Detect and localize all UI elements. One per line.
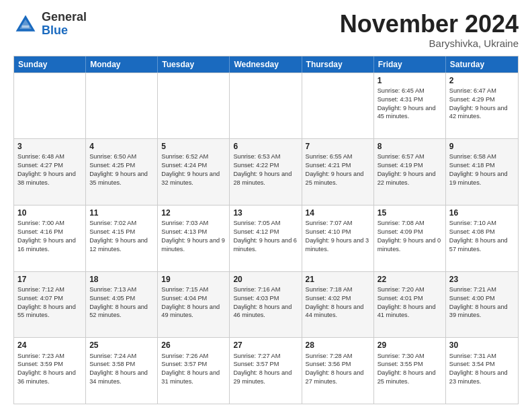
calendar-day: 23Sunrise: 7:21 AM Sunset: 4:00 PM Dayli… bbox=[446, 272, 518, 338]
day-number: 21 bbox=[306, 274, 370, 285]
day-info: Sunrise: 6:50 AM Sunset: 4:25 PM Dayligh… bbox=[89, 152, 154, 187]
day-number: 18 bbox=[89, 274, 154, 285]
logo-text: General Blue bbox=[42, 11, 87, 38]
day-number: 26 bbox=[161, 340, 226, 351]
day-info: Sunrise: 7:05 AM Sunset: 4:12 PM Dayligh… bbox=[233, 219, 298, 254]
calendar-day: 8Sunrise: 6:57 AM Sunset: 4:19 PM Daylig… bbox=[374, 139, 446, 205]
day-number: 16 bbox=[449, 208, 515, 218]
calendar-day: 13Sunrise: 7:05 AM Sunset: 4:12 PM Dayli… bbox=[230, 205, 302, 271]
location-text: Baryshivka, Ukraine bbox=[340, 38, 519, 49]
weekday-header: Friday bbox=[374, 56, 446, 73]
day-number: 22 bbox=[378, 274, 442, 285]
calendar-day: 3Sunrise: 6:48 AM Sunset: 4:27 PM Daylig… bbox=[14, 139, 86, 205]
day-info: Sunrise: 7:26 AM Sunset: 3:57 PM Dayligh… bbox=[161, 352, 226, 387]
page: General Blue November 2024 Baryshivka, U… bbox=[0, 0, 532, 411]
day-number: 5 bbox=[161, 141, 226, 152]
calendar-body: 1Sunrise: 6:45 AM Sunset: 4:31 PM Daylig… bbox=[14, 73, 518, 404]
calendar-empty-day bbox=[230, 73, 302, 139]
logo-blue-text: Blue bbox=[42, 24, 87, 38]
day-info: Sunrise: 7:18 AM Sunset: 4:02 PM Dayligh… bbox=[306, 285, 370, 320]
day-number: 9 bbox=[449, 141, 515, 152]
day-number: 3 bbox=[17, 141, 82, 152]
day-info: Sunrise: 6:55 AM Sunset: 4:21 PM Dayligh… bbox=[306, 152, 370, 187]
calendar-day: 2Sunrise: 6:47 AM Sunset: 4:29 PM Daylig… bbox=[446, 73, 518, 139]
calendar-day: 26Sunrise: 7:26 AM Sunset: 3:57 PM Dayli… bbox=[158, 338, 230, 404]
day-number: 6 bbox=[233, 141, 298, 152]
calendar-day: 17Sunrise: 7:12 AM Sunset: 4:07 PM Dayli… bbox=[14, 272, 86, 338]
calendar-day: 28Sunrise: 7:28 AM Sunset: 3:56 PM Dayli… bbox=[302, 338, 374, 404]
calendar-empty-day bbox=[302, 73, 374, 139]
calendar-day: 9Sunrise: 6:58 AM Sunset: 4:18 PM Daylig… bbox=[446, 139, 518, 205]
day-info: Sunrise: 7:10 AM Sunset: 4:08 PM Dayligh… bbox=[449, 219, 515, 254]
day-number: 4 bbox=[89, 141, 154, 152]
calendar-day: 25Sunrise: 7:24 AM Sunset: 3:58 PM Dayli… bbox=[86, 338, 158, 404]
day-info: Sunrise: 6:53 AM Sunset: 4:22 PM Dayligh… bbox=[233, 152, 298, 187]
day-number: 23 bbox=[449, 274, 515, 285]
day-info: Sunrise: 7:23 AM Sunset: 3:59 PM Dayligh… bbox=[17, 352, 82, 387]
day-number: 25 bbox=[89, 340, 154, 351]
calendar-day: 5Sunrise: 6:52 AM Sunset: 4:24 PM Daylig… bbox=[158, 139, 230, 205]
day-number: 1 bbox=[378, 75, 442, 86]
calendar-day: 6Sunrise: 6:53 AM Sunset: 4:22 PM Daylig… bbox=[230, 139, 302, 205]
calendar-day: 30Sunrise: 7:31 AM Sunset: 3:54 PM Dayli… bbox=[446, 338, 518, 404]
calendar-header: SundayMondayTuesdayWednesdayThursdayFrid… bbox=[14, 56, 518, 73]
day-info: Sunrise: 7:20 AM Sunset: 4:01 PM Dayligh… bbox=[378, 285, 442, 320]
calendar-day: 12Sunrise: 7:03 AM Sunset: 4:13 PM Dayli… bbox=[158, 205, 230, 271]
weekday-header: Wednesday bbox=[230, 56, 302, 73]
day-info: Sunrise: 7:21 AM Sunset: 4:00 PM Dayligh… bbox=[449, 285, 515, 320]
calendar-day: 7Sunrise: 6:55 AM Sunset: 4:21 PM Daylig… bbox=[302, 139, 374, 205]
day-number: 8 bbox=[378, 141, 442, 152]
calendar-day: 19Sunrise: 7:15 AM Sunset: 4:04 PM Dayli… bbox=[158, 272, 230, 338]
calendar-day: 22Sunrise: 7:20 AM Sunset: 4:01 PM Dayli… bbox=[374, 272, 446, 338]
day-number: 15 bbox=[378, 208, 442, 218]
calendar-empty-day bbox=[158, 73, 230, 139]
calendar-week: 24Sunrise: 7:23 AM Sunset: 3:59 PM Dayli… bbox=[14, 337, 518, 404]
day-info: Sunrise: 6:58 AM Sunset: 4:18 PM Dayligh… bbox=[449, 152, 515, 187]
day-info: Sunrise: 6:57 AM Sunset: 4:19 PM Dayligh… bbox=[378, 152, 442, 187]
calendar-day: 1Sunrise: 6:45 AM Sunset: 4:31 PM Daylig… bbox=[374, 73, 446, 139]
calendar: SundayMondayTuesdayWednesdayThursdayFrid… bbox=[13, 56, 519, 404]
weekday-header: Thursday bbox=[302, 56, 374, 73]
day-info: Sunrise: 6:45 AM Sunset: 4:31 PM Dayligh… bbox=[378, 87, 442, 122]
calendar-day: 14Sunrise: 7:07 AM Sunset: 4:10 PM Dayli… bbox=[302, 205, 374, 271]
day-number: 20 bbox=[233, 274, 298, 285]
day-number: 7 bbox=[306, 141, 370, 152]
day-info: Sunrise: 7:13 AM Sunset: 4:05 PM Dayligh… bbox=[89, 285, 154, 320]
calendar-day: 27Sunrise: 7:27 AM Sunset: 3:57 PM Dayli… bbox=[230, 338, 302, 404]
calendar-day: 20Sunrise: 7:16 AM Sunset: 4:03 PM Dayli… bbox=[230, 272, 302, 338]
calendar-day: 29Sunrise: 7:30 AM Sunset: 3:55 PM Dayli… bbox=[374, 338, 446, 404]
logo-general-text: General bbox=[42, 11, 87, 24]
day-info: Sunrise: 6:47 AM Sunset: 4:29 PM Dayligh… bbox=[449, 87, 515, 122]
day-number: 19 bbox=[161, 274, 226, 285]
month-title: November 2024 bbox=[340, 11, 519, 38]
day-number: 11 bbox=[89, 208, 154, 218]
day-info: Sunrise: 7:16 AM Sunset: 4:03 PM Dayligh… bbox=[233, 285, 298, 320]
calendar-week: 10Sunrise: 7:00 AM Sunset: 4:16 PM Dayli… bbox=[14, 205, 518, 271]
weekday-header: Saturday bbox=[446, 56, 518, 73]
day-info: Sunrise: 7:12 AM Sunset: 4:07 PM Dayligh… bbox=[17, 285, 82, 320]
calendar-empty-day bbox=[86, 73, 158, 139]
calendar-day: 10Sunrise: 7:00 AM Sunset: 4:16 PM Dayli… bbox=[14, 205, 86, 271]
calendar-empty-day bbox=[14, 73, 86, 139]
day-number: 28 bbox=[306, 340, 370, 351]
svg-rect-2 bbox=[22, 26, 30, 28]
day-number: 30 bbox=[449, 340, 515, 351]
day-number: 10 bbox=[17, 208, 82, 218]
day-info: Sunrise: 7:24 AM Sunset: 3:58 PM Dayligh… bbox=[89, 352, 154, 387]
day-info: Sunrise: 7:31 AM Sunset: 3:54 PM Dayligh… bbox=[449, 352, 515, 387]
day-number: 24 bbox=[17, 340, 82, 351]
day-number: 2 bbox=[449, 75, 515, 86]
logo-icon bbox=[13, 12, 38, 36]
calendar-day: 21Sunrise: 7:18 AM Sunset: 4:02 PM Dayli… bbox=[302, 272, 374, 338]
calendar-week: 17Sunrise: 7:12 AM Sunset: 4:07 PM Dayli… bbox=[14, 271, 518, 338]
day-number: 12 bbox=[161, 208, 226, 218]
calendar-day: 16Sunrise: 7:10 AM Sunset: 4:08 PM Dayli… bbox=[446, 205, 518, 271]
day-info: Sunrise: 7:03 AM Sunset: 4:13 PM Dayligh… bbox=[161, 219, 226, 254]
day-info: Sunrise: 7:08 AM Sunset: 4:09 PM Dayligh… bbox=[378, 219, 442, 254]
calendar-day: 24Sunrise: 7:23 AM Sunset: 3:59 PM Dayli… bbox=[14, 338, 86, 404]
calendar-day: 11Sunrise: 7:02 AM Sunset: 4:15 PM Dayli… bbox=[86, 205, 158, 271]
calendar-week: 1Sunrise: 6:45 AM Sunset: 4:31 PM Daylig… bbox=[14, 73, 518, 139]
day-info: Sunrise: 7:28 AM Sunset: 3:56 PM Dayligh… bbox=[306, 352, 370, 387]
calendar-day: 18Sunrise: 7:13 AM Sunset: 4:05 PM Dayli… bbox=[86, 272, 158, 338]
day-number: 27 bbox=[233, 340, 298, 351]
